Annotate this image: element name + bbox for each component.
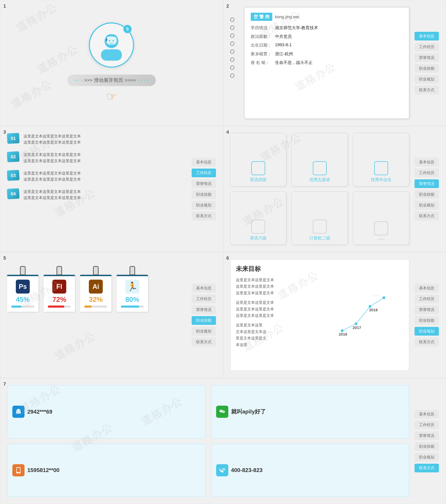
nav5-contact[interactable]: 联系方式 (192, 338, 216, 346)
nav3-work[interactable]: 工作经历 (192, 169, 216, 177)
honor-computer: 计算机二级 (292, 192, 348, 245)
clip-fl (56, 266, 62, 275)
nav6-contact[interactable]: 联系方式 (414, 338, 439, 346)
nav3-honors[interactable]: 荣誉情况 (192, 179, 216, 188)
future-para-2: 这里是文本这里是文本这里是文本这里是文本这里是文本这里是文本 (236, 299, 317, 319)
nav-basic-info[interactable]: 基本信息 (414, 32, 439, 40)
list-num-4: 04 (7, 188, 19, 199)
svg-rect-1 (101, 49, 122, 61)
honor-icon-english4 (251, 161, 265, 175)
honor-english4: 英语四级 (230, 133, 287, 186)
card-body-fl: Fl 72% (44, 275, 75, 312)
nav6-basic[interactable]: 基本信息 (414, 284, 439, 292)
nav-skills[interactable]: 职业技能 (414, 64, 439, 73)
contact-phone: 1595812**00 (7, 444, 206, 497)
spiral-ring (230, 18, 234, 22)
nav3-career[interactable]: 职业规划 (192, 201, 216, 210)
nav6-work[interactable]: 工作经历 (414, 295, 439, 303)
slide-resume-button[interactable]: › › › >>> 滑动展开简历 >>>> › › › › (67, 74, 156, 86)
avatar-circle: 5 (89, 22, 134, 68)
card-body-person: 🏃 80% (117, 275, 148, 312)
panel-number-1: 1 (3, 3, 6, 9)
list-item-4: 04 这里是文本这里是文本这里是文本这里是文本这里是文本这里是文本 (7, 189, 186, 201)
future-para-1: 这里是文本这里是文本这里是文本这里是文本这里是文本这里是文本 (236, 277, 317, 296)
nav7-career[interactable]: 职业规划 (414, 453, 439, 462)
slide-btn-label: >>> 滑动展开简历 >>>> (84, 77, 136, 84)
panel5-nav: 基本信息 工作经历 荣誉情况 职业技能 职业规划 联系方式 (192, 259, 216, 371)
panel3-nav: 基本信息 工作经历 荣誉情况 职业技能 职业规划 联系方式 (192, 133, 216, 245)
nav4-career[interactable]: 职业规划 (414, 201, 439, 210)
nav7-basic[interactable]: 基本信息 (414, 410, 439, 418)
future-chart: ...... 2016 2017 2018 (335, 292, 391, 338)
fl-bar-bg (48, 306, 71, 308)
list-num-3: 03 (7, 170, 19, 181)
nav5-work[interactable]: 工作经历 (192, 295, 216, 303)
nav6-career[interactable]: 职业规划 (414, 327, 439, 336)
honor-label-more: ..... (378, 235, 385, 241)
nav4-work[interactable]: 工作经历 (414, 169, 439, 177)
clip-person (130, 266, 135, 275)
svg-point-22 (223, 411, 224, 412)
person-icon: 🏃 (125, 280, 139, 293)
ps-bar-fill (11, 306, 21, 308)
nav4-skills[interactable]: 职业技能 (414, 190, 439, 199)
nav5-skills[interactable]: 职业技能 (192, 316, 216, 325)
honor-label-english4: 英语四级 (250, 177, 267, 182)
honor-label-volunteer: 优秀志愿者 (309, 177, 330, 182)
nav4-basic[interactable]: 基本信息 (414, 158, 439, 166)
future-text: 未来目标 这里是文本这里是文本这里是文本这里是文本这里是文本这里是文本 这里是文… (236, 265, 317, 365)
person-percent: 80% (125, 296, 139, 304)
nav3-basic[interactable]: 基本信息 (192, 158, 216, 166)
honor-graduate: 优秀毕业生 (353, 133, 409, 186)
future-title: 未来目标 (236, 265, 317, 273)
nav-work-exp[interactable]: 工作经历 (414, 43, 439, 51)
panel-3: 道格办公 道格办公 3 01 这里是文本这里是文本这里是文本这里是文本这里是文本… (0, 126, 223, 252)
nav5-honors[interactable]: 荣誉情况 (192, 305, 216, 314)
panel-6: 道格办公 道格办公 6 未来目标 这里是文本这里是文本这里是文本这里是文本这里是… (223, 252, 446, 378)
nav6-skills[interactable]: 职业技能 (414, 316, 439, 325)
panel-4: 道格办公 道格办公 4 英语四级 优秀志愿者 优秀毕业生 (223, 126, 446, 252)
panel2-nav: 基本信息 工作经历 荣誉情况 职业技能 职业规划 联系方式 (414, 7, 439, 119)
panel7-content: 2942***69 就叫apily好了 (0, 378, 446, 504)
nav7-contact[interactable]: 联系方式 (414, 464, 439, 472)
ai-percent: 32% (89, 296, 103, 304)
svg-rect-24 (17, 468, 20, 472)
nav7-honors[interactable]: 荣誉情况 (414, 431, 439, 440)
pinyin: kong jing wei (275, 15, 299, 19)
fl-percent: 72% (52, 296, 66, 304)
work-list: 01 这里是文本这里是文本这里是文本这里是文本这里是文本这里是文本 02 这里是… (7, 133, 186, 245)
nav3-contact[interactable]: 联系方式 (192, 212, 216, 220)
notebook-header: 空 警 炜 kong jing wei (251, 13, 403, 21)
spiral-ring (230, 41, 234, 46)
svg-point-19 (220, 410, 221, 411)
field-birth: 出生日期： 1993-8-1 (251, 42, 403, 48)
honor-icon-more (374, 221, 388, 235)
honor-icon-computer (313, 220, 327, 234)
nav4-contact[interactable]: 联系方式 (414, 212, 439, 220)
honor-icon-volunteer (313, 161, 327, 175)
nav7-skills[interactable]: 职业技能 (414, 442, 439, 451)
svg-point-8 (355, 322, 357, 325)
nav3-skills[interactable]: 职业技能 (192, 190, 216, 199)
honor-icon-graduate (374, 161, 388, 175)
nav5-career[interactable]: 职业规划 (192, 327, 216, 336)
nav6-honors[interactable]: 荣誉情况 (414, 305, 439, 314)
skill-ps: Ps 45% (7, 275, 38, 312)
svg-point-10 (383, 296, 385, 299)
panel1-content: 5 › › › (0, 0, 223, 126)
panel6-nav: 基本信息 工作经历 荣誉情况 职业技能 职业规划 联系方式 (414, 259, 439, 371)
svg-point-21 (223, 411, 223, 412)
nav5-basic[interactable]: 基本信息 (192, 284, 216, 292)
nav-honors[interactable]: 荣誉情况 (414, 53, 439, 62)
svg-text:2016: 2016 (339, 332, 347, 337)
contact-area: 2942***69 就叫apily好了 (7, 385, 409, 497)
nav4-honors[interactable]: 荣誉情况 (414, 179, 439, 188)
nav-career[interactable]: 职业规划 (414, 75, 439, 84)
nav7-work[interactable]: 工作经历 (414, 421, 439, 429)
spiral-ring (230, 34, 234, 38)
honor-more: ..... (353, 192, 409, 245)
nav-contact[interactable]: 联系方式 (414, 86, 439, 94)
panel-5: 道格办公 道格办公 5 Ps 45% (0, 252, 223, 378)
list-item-3: 03 这里是文本这里是文本这里是文本这里是文本这里是文本这里是文本 (7, 170, 186, 182)
panel-number-5: 5 (3, 255, 6, 261)
